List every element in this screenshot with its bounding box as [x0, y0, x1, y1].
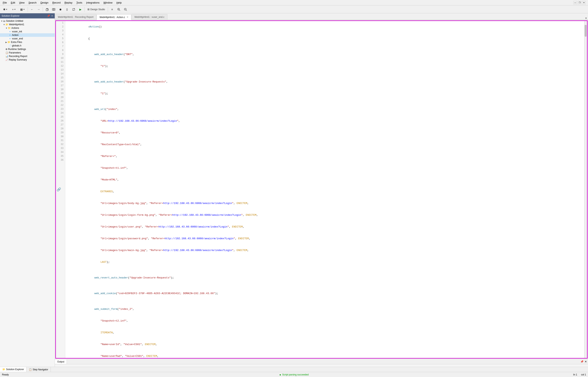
tree-item-vuser-end[interactable]: 🔹 vuser_end [0, 37, 55, 40]
referer-link-20[interactable]: http://192.168.43.66:6060/aeaicrm/index?… [159, 225, 227, 228]
line-num-27: 27 [58, 123, 63, 127]
actions-icon: 📁 [8, 27, 11, 29]
referer-link-21[interactable]: http://192.168.43.66:6060/aeaicrm/index?… [165, 237, 234, 240]
menu-help[interactable]: Help [115, 0, 124, 5]
parameters-icon: 📋 [5, 52, 8, 54]
output-panel: Output 📌 ✕ [55, 359, 588, 367]
code-line-15: "Snapshot=t1.inf", [67, 162, 586, 174]
toolbar-sep-3 [84, 7, 85, 12]
tree-item-parameters[interactable]: 📋 Parameters [0, 51, 55, 55]
code-editor[interactable]: 1 2 3 4 5 6 7 8 9 10 11 12 13 14 [56, 21, 587, 358]
menu-replay[interactable]: Replay [62, 0, 74, 5]
line-num-34: 34 [58, 150, 63, 154]
menu-design[interactable]: Design [39, 0, 50, 5]
runtime-icon: ⚙ [5, 48, 7, 51]
tree-item-solution[interactable]: ▼ 🗂 Solution Untitled [0, 19, 55, 23]
toolbar-zoom-in-btn[interactable] [116, 6, 122, 12]
code-content[interactable]: ⊟Action() { web_add_auto_header("DNT", [65, 21, 587, 358]
menu-search[interactable]: Search [26, 0, 38, 5]
close-btn[interactable]: ✕ [582, 1, 586, 4]
action-icon: 🔹 [9, 34, 11, 36]
toolbar-layers-btn[interactable]: ▦▼ [18, 6, 27, 12]
tab-action-c-close[interactable]: ✕ [127, 16, 128, 18]
tree-label-extra-files: Extra Files [11, 41, 22, 44]
tab-scroll-arrows[interactable]: ▼ [584, 17, 588, 20]
tree-item-globals[interactable]: 📄 globals.h [0, 44, 55, 47]
line-num-10: 10 [58, 56, 63, 60]
panel-pin-icon[interactable]: 📌 [47, 14, 50, 17]
extra-files-icon: 📁 [7, 41, 10, 44]
replay-summary-icon: 📈 [5, 59, 8, 61]
toolbar-play-btn[interactable]: ▶ [77, 6, 83, 12]
menu-integrations[interactable]: Integrations [84, 0, 102, 5]
main-layout: Solution Explorer 📌 ✕ ▼ 🗂 Solution Untit… [0, 13, 588, 367]
code-line-31: ITEMDATA, [67, 327, 586, 339]
line-num-20: 20 [58, 95, 63, 99]
toolbar-forward-btn[interactable]: → [35, 6, 42, 12]
restore-btn[interactable]: ❐ [578, 1, 581, 4]
tree-item-webhttphtml1[interactable]: ▼ 📁 WebHttpHtml1 [0, 23, 55, 26]
tab-action-c[interactable]: WebHttpHtml1 : Action.c ✕ [97, 14, 131, 20]
menu-file[interactable]: File [1, 0, 9, 5]
toolbar-back-btn[interactable]: ← [29, 6, 35, 12]
tree-label-replay-summary: Replay Summary [9, 59, 27, 61]
tab-vuser-end[interactable]: WebHttpHtml1 : vuser_end.c [131, 14, 167, 20]
url-link-1[interactable]: http://192.168.43.66:6060/aeaicrm/index?… [108, 119, 177, 122]
tree-item-replay-summary[interactable]: 📈 Replay Summary [0, 58, 55, 61]
toolbar-snapshot-btn[interactable] [51, 6, 57, 12]
menu-window[interactable]: Window [102, 0, 115, 5]
output-tab[interactable]: Output [55, 360, 67, 364]
bottom-tab-solution-explorer[interactable]: 📁 Solution Explorer [0, 367, 26, 372]
recording-report-icon: 📊 [5, 55, 8, 58]
toolbar-add-btn[interactable]: +▼ [10, 6, 18, 12]
referer-link-22[interactable]: http://192.168.43.66:6060/aeaicrm/index?… [163, 249, 232, 252]
toolbar-record-btn[interactable]: ⏺ [57, 6, 63, 12]
toolbar-list-btn[interactable]: ≡ [109, 6, 115, 12]
scrollbar[interactable] [584, 21, 587, 358]
panel-close-icon[interactable]: ✕ [51, 14, 53, 17]
toolbar-new-btn[interactable]: ✱▼ [1, 6, 9, 12]
code-line-14: "Referer=", [67, 151, 586, 162]
code-line-17: EXTRARES, [67, 186, 586, 198]
toolbar-braces-btn[interactable]: {} [64, 6, 70, 12]
line-num-9: 9 [58, 52, 63, 56]
tab-recording-report[interactable]: WebHttpHtml1 : Recording Report [55, 14, 96, 20]
panel-title: Solution Explorer [1, 14, 19, 17]
menu-view[interactable]: View [17, 0, 26, 5]
bottom-tab-step-navigator[interactable]: 📋 Step Navigator [26, 367, 51, 372]
tree-item-recording-report[interactable]: 📊 Recording Report [0, 55, 55, 58]
tree-label-runtime: Runtime Settings [8, 48, 26, 51]
tree-label-actions: Actions [11, 27, 19, 29]
referer-link-18[interactable]: http://192.168.43.66:6060/aeaicrm/index?… [163, 202, 232, 205]
svg-rect-0 [46, 9, 48, 11]
toolbar-design-studio-btn[interactable]: ⊞ Design Studio [86, 6, 107, 12]
link-indicator[interactable]: 🔗 [57, 187, 61, 192]
line-num-22: 22 [58, 103, 63, 107]
status-right: In 1 col 1 [391, 373, 586, 376]
tree-item-actions[interactable]: ▼ 📁 Actions [0, 26, 55, 30]
tree-item-runtime-settings[interactable]: ⚙ Runtime Settings [0, 47, 55, 51]
menu-edit[interactable]: Edit [9, 0, 17, 5]
output-tab-label: Output [57, 360, 64, 363]
toolbar-copy-btn[interactable] [44, 6, 50, 12]
referer-link-19[interactable]: http://192.168.43.66:6060/aeaicrm/index?… [172, 213, 241, 216]
menu-record[interactable]: Record [50, 0, 62, 5]
menu-bar: File Edit View Search Design Record Repl… [0, 0, 588, 5]
minimize-btn[interactable]: — [574, 1, 577, 4]
scrollbar-thumb[interactable] [585, 25, 587, 37]
svg-point-2 [53, 9, 54, 10]
toolbar-loop-btn[interactable] [71, 6, 77, 12]
status-position: In 1 [573, 373, 577, 376]
output-pin-icon[interactable]: 📌 [580, 360, 584, 363]
status-center: ● Script parsing succeeded [197, 373, 391, 376]
output-tabs: Output 📌 ✕ [55, 359, 588, 364]
tree-item-vuser-init[interactable]: 🔹 vuser_init [0, 30, 55, 33]
line-num-12: 12 [58, 64, 63, 68]
code-line-26 [67, 284, 586, 288]
tree-item-action[interactable]: 🔹 Action [0, 33, 55, 37]
menu-tools[interactable]: Tools [74, 0, 84, 5]
tree-item-extra-files[interactable]: ▶ 📁 Extra Files [0, 40, 55, 44]
line-num-24: 24 [58, 111, 63, 115]
toolbar-zoom-out-btn[interactable] [122, 6, 129, 12]
output-close-icon[interactable]: ✕ [585, 360, 587, 363]
